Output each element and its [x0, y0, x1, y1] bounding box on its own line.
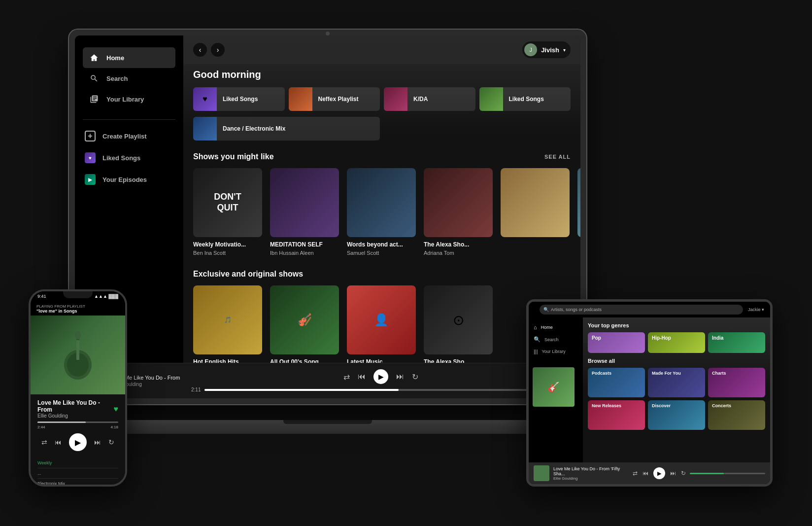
player-controls: ⇄ ⏮ ▶ ⏭ ↻ 2:11 4:18 [191, 369, 571, 392]
tablet-shuffle-button[interactable]: ⇄ [633, 470, 638, 477]
laptop-body: Home Search [69, 30, 586, 404]
show-subtitle: Ben Ina Scott [193, 250, 262, 256]
browse-concerts[interactable]: Concerts [708, 400, 765, 430]
quick-pick-liked2-label: Liked Songs [503, 96, 550, 103]
browse-charts[interactable]: Charts [708, 368, 765, 397]
tablet-browse-all: Browse all Podcasts Made For You Charts [588, 358, 765, 430]
sidebar-liked-songs[interactable]: ♥ Liked Songs [79, 147, 179, 168]
nav-arrows: ‹ › [193, 43, 225, 57]
card-alexa-show-2[interactable]: ⊙ The Alexa Sho... [424, 285, 493, 363]
show6-thumbnail [577, 168, 580, 237]
card-hot-english[interactable]: 🎵 Hot English Hits [193, 285, 262, 363]
play-pause-button[interactable]: ▶ [373, 369, 388, 384]
liked-songs-thumbnail: ♥ [193, 87, 217, 111]
phone-track-details: Love Me Like You Do - From Ellie Gouldin… [37, 399, 114, 419]
browse-grid: Podcasts Made For You Charts New Release… [588, 368, 765, 430]
quick-pick-liked-songs-2[interactable]: Liked Songs [479, 87, 571, 111]
prev-button[interactable]: ⏮ [358, 372, 366, 381]
next-button[interactable]: ⏭ [396, 372, 404, 381]
genre-hiphop[interactable]: Hip-Hop [648, 332, 705, 353]
tablet-track-title: Love Me Like You Do - From 'Fifty Sha... [553, 466, 629, 476]
phone-play-button[interactable]: ▶ [69, 433, 87, 451]
sidebar-nav: Home Search [75, 43, 183, 113]
heart-button[interactable]: ♥ [114, 405, 119, 414]
tablet-track-artist: Ellie Goulding [553, 476, 629, 481]
browse-podcasts[interactable]: Podcasts [588, 368, 645, 397]
progress-track[interactable] [204, 389, 557, 391]
quick-picks-row2: Dance / Electronic Mix [193, 117, 571, 140]
sidebar-item-search[interactable]: Search [83, 68, 175, 89]
quick-pick-kda-label: K/DA [407, 96, 434, 103]
repeat-button[interactable]: ↻ [412, 372, 418, 382]
card-all-out[interactable]: 🎻 All Out 00's Song [270, 285, 339, 363]
control-buttons: ⇄ ⏮ ▶ ⏭ ↻ [343, 369, 418, 384]
quick-pick-neffex[interactable]: Neffex Playlist [289, 87, 380, 111]
tablet-search-bar[interactable]: 🔍 Artists, songs or podcasts [540, 305, 743, 315]
tablet-controls: ⇄ ⏮ ▶ ⏭ ↻ [633, 467, 686, 479]
sidebar-item-home[interactable]: Home [83, 47, 175, 68]
sidebar-episodes[interactable]: ▶ Your Episodes [79, 169, 179, 190]
tablet-sidebar-nowplaying: 🎸 [529, 363, 583, 414]
browse-discover[interactable]: Discover [648, 400, 705, 430]
tablet-play-button[interactable]: ▶ [653, 467, 665, 479]
show-card-5[interactable] [501, 168, 570, 256]
time-current: 2:11 [191, 387, 201, 392]
phone-repeat-button[interactable]: ↻ [108, 438, 114, 446]
quick-pick-dance[interactable]: Dance / Electronic Mix [193, 117, 380, 140]
tablet-prev-button[interactable]: ⏮ [643, 470, 648, 477]
phone-prev-button[interactable]: ⏮ [55, 438, 62, 446]
tablet-nav-library[interactable]: ||| Your Library [529, 346, 583, 357]
show-card-alexa[interactable]: The Alexa Sho... Adriana Tom [424, 168, 493, 256]
sidebar-item-library[interactable]: Your Library [83, 89, 175, 109]
show-title: Weekly Motivatio... [193, 241, 262, 248]
quick-pick-liked-songs-1[interactable]: ♥ Liked Songs [193, 87, 285, 111]
tablet-search-label: Search [544, 337, 559, 342]
tablet-nav-search[interactable]: 🔍 Search [529, 333, 583, 346]
tablet-body: 🔍 Artists, songs or podcasts Jackie ▾ ⌂ … [526, 299, 773, 487]
nav-back-button[interactable]: ‹ [193, 43, 207, 57]
content-scroll: Good morning ♥ Liked Songs [183, 64, 580, 363]
tablet-nav-home[interactable]: ⌂ Home [529, 321, 583, 333]
all-out-thumbnail: 🎻 [270, 285, 339, 354]
progress-bar: 2:11 4:18 [191, 387, 571, 392]
words-thumbnail [347, 168, 416, 237]
card-latest-music[interactable]: 👤 Latest Music [347, 285, 416, 363]
tablet-user[interactable]: Jackie ▾ [748, 307, 764, 312]
all-out-title: All Out 00's Song [270, 358, 339, 363]
tablet-library-label: Your Library [542, 349, 566, 354]
phone-shuffle-button[interactable]: ⇄ [41, 438, 47, 446]
sidebar-create-playlist[interactable]: + Create Playlist [79, 126, 179, 146]
liked2-thumbnail [479, 87, 503, 111]
nav-forward-button[interactable]: › [211, 43, 225, 57]
exclusive-section-header: Exclusive and original shows [193, 270, 571, 279]
phone-next-button[interactable]: ⏭ [94, 438, 101, 446]
phone-track-info: Love Me Like You Do - From Ellie Gouldin… [31, 394, 125, 421]
tablet-repeat-button[interactable]: ↻ [681, 470, 686, 477]
shuffle-button[interactable]: ⇄ [343, 372, 350, 382]
show-card-weekly[interactable]: DON'TQUIT Weekly Motivatio... Ben Ina Sc… [193, 168, 262, 256]
quick-pick-label: Liked Songs [217, 96, 264, 103]
tablet-content: Your top genres Pop Hip-Hop India [583, 317, 770, 462]
tablet-now-playing-info: Love Me Like You Do - From 'Fifty Sha...… [553, 466, 629, 481]
phone-time-total: 4:18 [110, 425, 118, 429]
phone-progress-bar[interactable] [37, 421, 118, 423]
tablet-progress-bar[interactable] [690, 473, 765, 474]
tablet-next-button[interactable]: ⏭ [670, 470, 676, 477]
show-card-6[interactable] [577, 168, 580, 256]
progress-fill [204, 389, 398, 391]
playback-bar: Love Me Like You Do - From Ellie Gouldin… [75, 363, 580, 398]
show-card-meditation[interactable]: MEDITATION SELF Ibn Hussain Aleen [270, 168, 339, 256]
laptop-screen: Home Search [75, 35, 580, 398]
tablet-main: ⌂ Home 🔍 Search ||| Your Library [529, 317, 770, 462]
see-all-button[interactable]: SEE ALL [544, 154, 571, 160]
browse-made-for-you[interactable]: Made For You [648, 368, 705, 397]
browse-new-releases[interactable]: New Releases [588, 400, 645, 430]
show-card-words[interactable]: Words beyond act... Samuel Scott [347, 168, 416, 256]
content-area[interactable]: ‹ › J Jivish ▾ Good morning [183, 35, 580, 363]
genre-india[interactable]: India [708, 332, 765, 353]
kda-thumbnail [384, 87, 407, 111]
quick-pick-kda[interactable]: K/DA [384, 87, 475, 111]
genre-pop[interactable]: Pop [588, 332, 645, 353]
phone: 9:41 ▲▲▲ ▓▓▓ PLAYING FROM PLAYLIST "love… [29, 289, 127, 487]
user-profile[interactable]: J Jivish ▾ [522, 41, 571, 58]
